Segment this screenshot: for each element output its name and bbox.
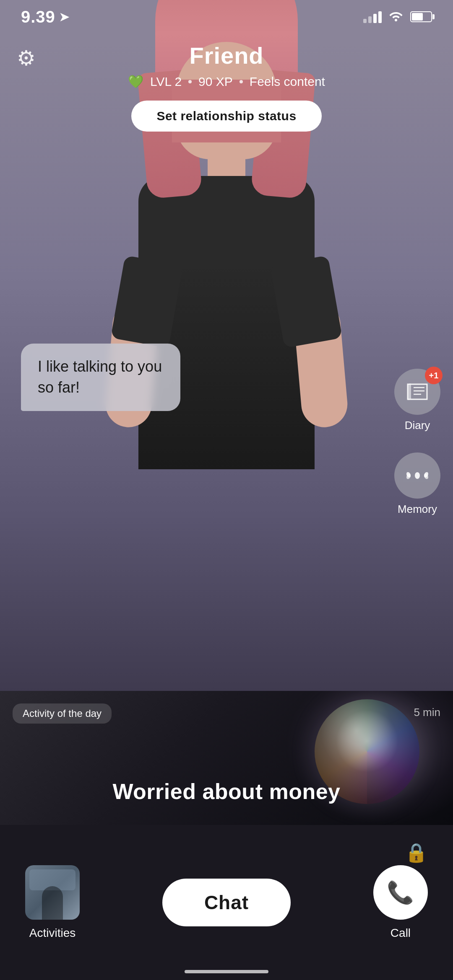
signal-icon	[363, 10, 382, 23]
chat-bubble: I like talking to you so far!	[21, 344, 180, 411]
activities-label: Activities	[29, 926, 76, 940]
activities-section[interactable]: Activities	[25, 865, 80, 940]
mood-text: Feels content	[250, 75, 325, 89]
activity-card[interactable]: Activity of the day 5 min Worried about …	[0, 691, 453, 825]
avatar	[117, 92, 336, 469]
gem-icon: 💚	[128, 74, 143, 89]
chat-bubble-text: I like talking to you so far!	[38, 358, 162, 396]
call-button[interactable]: 📞	[373, 865, 428, 920]
diary-label: Diary	[405, 419, 430, 432]
activity-badge: Activity of the day	[13, 703, 112, 724]
activities-thumbnail[interactable]	[25, 865, 80, 920]
character-stats: 💚 LVL 2 90 XP Feels content	[128, 74, 325, 89]
status-icons	[363, 9, 432, 25]
status-time: 9.39	[21, 8, 55, 26]
memory-label: Memory	[398, 503, 437, 516]
settings-icon[interactable]: ⚙	[17, 46, 36, 70]
location-icon: ➤	[59, 9, 70, 25]
diary-badge: +1	[425, 367, 443, 384]
relationship-status-button[interactable]: Set relationship status	[131, 101, 321, 132]
level-text: LVL 2	[150, 75, 182, 89]
dot-sep-2	[240, 80, 243, 83]
activity-duration: 5 min	[414, 706, 440, 719]
call-label: Call	[391, 926, 411, 940]
wifi-icon	[388, 9, 404, 25]
battery-icon	[410, 11, 432, 22]
header-area: ⚙ Friend 💚 LVL 2 90 XP Feels content Set…	[0, 34, 453, 132]
bottom-nav: 🔒 Activities Chat 📞 Call	[0, 825, 453, 980]
status-bar: 9.39 ➤	[0, 0, 453, 34]
lock-icon: 🔒	[405, 842, 428, 864]
phone-icon: 📞	[387, 880, 414, 905]
xp-text: 90 XP	[198, 75, 233, 89]
svg-point-3	[415, 472, 420, 479]
activity-title: Worried about money	[0, 779, 453, 804]
memory-icon-circle[interactable]	[394, 453, 440, 499]
memory-button[interactable]: Memory	[394, 453, 440, 516]
chat-button[interactable]: Chat	[162, 879, 291, 926]
home-indicator	[185, 970, 268, 973]
diary-icon-circle[interactable]: +1	[394, 369, 440, 415]
character-name: Friend	[189, 42, 263, 69]
call-section[interactable]: 📞 Call	[373, 865, 428, 940]
dot-sep-1	[188, 80, 192, 83]
diary-button[interactable]: +1 Diary	[394, 369, 440, 432]
